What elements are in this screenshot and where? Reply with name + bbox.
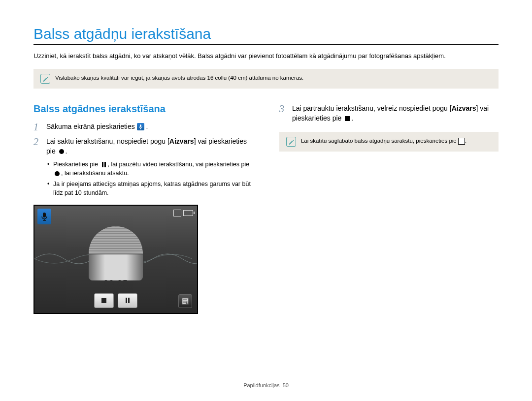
step-num-3: 3 (279, 103, 287, 114)
step-2: 2 Lai sāktu ierakstīšanu, nospiediet pog… (33, 136, 258, 156)
step2-bold: Aizvars (169, 137, 194, 145)
mic-app-icon (137, 123, 144, 130)
note-box-1: Vislabāko skaņas kvalitāti var iegūt, ja… (33, 69, 499, 89)
step-1: 1 Sākuma ekrānā pieskarieties . (33, 122, 258, 132)
section-heading: Balss atgādnes ierakstīšana (33, 103, 258, 115)
pause-icon (100, 161, 108, 169)
step3-text-a: Lai pārtrauktu ierakstīšanu, vēlreiz nos… (292, 104, 452, 112)
step3-bold: Aizvars (452, 104, 476, 112)
pause-button[interactable] (118, 293, 137, 308)
recording-timer: 00:05 (103, 278, 128, 289)
page-footer: Papildfunkcijas 50 (0, 382, 532, 388)
note2-a: Lai skatītu saglabāto balss atgādņu sara… (301, 138, 458, 144)
note-1-text: Vislabāko skaņas kvalitāti var iegūt, ja… (55, 74, 303, 82)
step2-text-a: Lai sāktu ierakstīšanu, nospiediet pogu … (46, 137, 169, 145)
svg-rect-0 (140, 124, 141, 127)
sd-card-icon (173, 210, 181, 216)
pencil-note-icon-2 (286, 137, 296, 147)
b1b: , lai pauzētu video ierakstīšanu, vai pi… (108, 161, 250, 168)
step2-bullet-2: Ja ir pieejams attiecīgs atmiņas apjoms,… (47, 180, 258, 197)
step3-text-c: . (351, 114, 353, 122)
microphone-graphic (89, 226, 143, 280)
step1-text-a: Sākuma ekrānā pieskarieties (46, 123, 137, 130)
step-3: 3 Lai pārtrauktu ierakstīšanu, vēlreiz n… (279, 103, 499, 123)
recordings-list-icon (458, 138, 465, 145)
page-title: Balss atgādņu ierakstīšana (33, 26, 499, 42)
step-num-1: 1 (33, 122, 41, 132)
record-icon (58, 148, 66, 155)
intro-text: Uzziniet, kā ierakstīt balss atgādni, ko… (33, 51, 499, 61)
recorder-mode-icon (37, 209, 51, 224)
b1a: Pieskarieties pie (53, 161, 100, 168)
svg-rect-1 (43, 213, 46, 217)
pencil-note-icon (40, 74, 50, 84)
note-box-2: Lai skatītu saglabāto balss atgādņu sara… (279, 132, 499, 152)
stop-icon (343, 115, 351, 123)
recordings-list-button[interactable] (178, 294, 192, 308)
svg-rect-7 (187, 302, 188, 304)
step2-bullet-1: Pieskarieties pie , lai pauzētu video ie… (47, 160, 258, 178)
step-num-2: 2 (33, 136, 41, 147)
recorder-screenshot: 00:05 (33, 205, 198, 314)
footer-section: Papildfunkcijas (243, 382, 279, 388)
step1-text-b: . (146, 123, 148, 130)
b1c: , lai ierakstīšanu atsāktu. (61, 170, 129, 177)
battery-icon (183, 210, 193, 216)
step2-text-c: . (66, 147, 67, 155)
title-rule (33, 44, 499, 45)
note2-b: . (465, 138, 466, 144)
stop-button[interactable] (94, 293, 114, 308)
recorder-status-icons (173, 210, 193, 216)
footer-page: 50 (283, 382, 289, 388)
record-icon-2 (53, 170, 61, 178)
